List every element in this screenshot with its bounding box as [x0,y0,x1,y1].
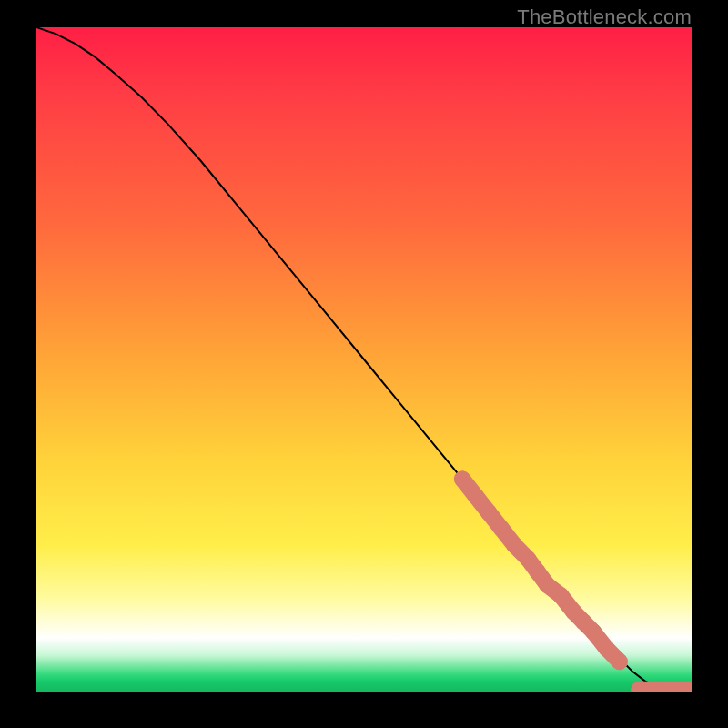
marker-dot [585,623,602,640]
marker-dot [540,577,556,593]
marker-dot [480,504,497,521]
bottleneck-curve [36,27,692,692]
marker-dot [467,488,483,504]
watermark-text: TheBottleneck.com [517,5,692,29]
chart-svg [36,27,692,692]
marker-dot [507,537,523,553]
marker-dot [598,641,614,657]
marker-dot [530,564,546,581]
plot-area [36,27,692,692]
marker-dot [454,470,470,487]
marker-dot [493,521,510,537]
marker-dot [612,653,628,670]
marker-dot [552,587,569,603]
chart-frame: TheBottleneck.com [0,0,728,728]
marker-dot [520,551,536,567]
highlighted-points-group [454,470,692,692]
